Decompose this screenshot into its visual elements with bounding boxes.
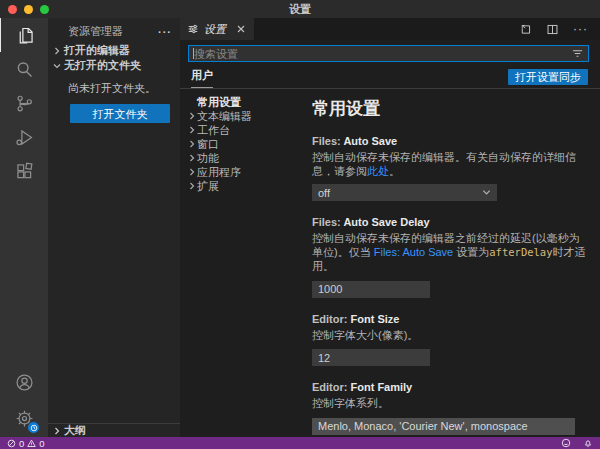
tab-label: 设置 <box>204 22 226 37</box>
setting-input[interactable] <box>312 349 430 366</box>
setting-description-text: 。 <box>389 165 400 177</box>
toc-item-label: 工作台 <box>197 123 230 138</box>
setting-item: Editor: Font Family控制字体系列。 <box>312 381 586 435</box>
toc-item[interactable]: 扩展 <box>180 179 302 193</box>
toc-item[interactable]: 文本编辑器 <box>180 109 302 123</box>
settings-sync-badge-icon <box>27 421 40 434</box>
toc-item[interactable]: 功能 <box>180 151 302 165</box>
chevron-down-icon <box>52 62 62 70</box>
open-settings-json-icon[interactable] <box>519 23 532 36</box>
setting-input[interactable] <box>312 281 430 298</box>
editor-group: 设置 ··· <box>180 18 600 437</box>
problems-status[interactable]: 0 0 <box>7 438 45 449</box>
maximize-window-button[interactable] <box>40 5 49 14</box>
setting-description-link[interactable]: 此处 <box>367 165 389 177</box>
settings-list: Files: Auto Save控制自动保存未保存的编辑器。有关自动保存的详细信… <box>312 135 586 437</box>
setting-category: Files: <box>312 135 343 147</box>
titlebar: 设置 <box>0 0 600 18</box>
setting-category: Files: <box>312 216 343 228</box>
settings-toc: 常用设置文本编辑器工作台窗口功能应用程序扩展 <box>180 89 302 437</box>
activity-bar <box>0 18 48 437</box>
no-folder-message: 尚未打开文件夹。 <box>48 73 180 97</box>
tab-settings[interactable]: 设置 <box>180 18 254 40</box>
setting-select[interactable]: off <box>312 184 497 201</box>
setting-item: Editor: Font Size控制字体大小(像素)。 <box>312 313 586 367</box>
files-icon <box>15 25 36 46</box>
chevron-down-icon <box>482 188 491 197</box>
source-control-icon <box>14 93 35 114</box>
close-window-button[interactable] <box>8 5 17 14</box>
tab-bar: 设置 ··· <box>180 18 600 40</box>
open-editors-label: 打开的编辑器 <box>64 43 130 58</box>
toc-item-label: 功能 <box>197 151 219 166</box>
setting-label: Files: Auto Save Delay <box>312 216 586 229</box>
setting-label: Files: Auto Save <box>312 135 586 148</box>
activity-source-control[interactable] <box>0 86 48 120</box>
sidebar-more-actions[interactable]: ··· <box>158 29 172 35</box>
setting-description: 控制自动保存未保存的编辑器。有关自动保存的详细信息，请参阅此处。 <box>312 150 586 178</box>
setting-select-value: off <box>318 187 330 199</box>
activity-run-debug[interactable] <box>0 120 48 154</box>
no-folder-label: 无打开的文件夹 <box>64 58 141 73</box>
activity-extensions[interactable] <box>0 154 48 188</box>
open-folder-button[interactable]: 打开文件夹 <box>70 104 170 123</box>
account-icon <box>14 372 35 393</box>
settings-search-input[interactable] <box>189 47 572 60</box>
toc-item[interactable]: 工作台 <box>180 123 302 137</box>
toc-item-label: 文本编辑器 <box>197 109 252 124</box>
outline-section[interactable]: 大纲 <box>48 423 180 437</box>
setting-description-text: 控制字体大小(像素)。 <box>312 329 418 341</box>
vscode-window: 设置 <box>0 0 600 449</box>
settings-content: 常用设置 Files: Auto Save控制自动保存未保存的编辑器。有关自动保… <box>302 89 600 437</box>
open-editors-section[interactable]: 打开的编辑器 <box>48 43 180 58</box>
feedback-smiley-icon[interactable] <box>561 438 571 448</box>
setting-category: Editor: <box>312 313 351 325</box>
warning-icon <box>27 439 36 448</box>
notifications-bell-icon[interactable] <box>583 438 593 448</box>
toc-item[interactable]: 窗口 <box>180 137 302 151</box>
split-editor-icon[interactable] <box>546 23 559 36</box>
error-count: 0 <box>19 438 24 449</box>
chevron-right-icon <box>52 47 62 55</box>
no-folder-section[interactable]: 无打开的文件夹 <box>48 58 180 73</box>
settings-search-box[interactable] <box>188 45 589 62</box>
settings-heading: 常用设置 <box>312 97 586 120</box>
setting-item: Files: Auto Save Delay控制自动保存未保存的编辑器之前经过的… <box>312 216 586 298</box>
error-icon <box>7 439 16 448</box>
setting-description: 控制字体大小(像素)。 <box>312 328 586 342</box>
setting-description-text: 设置为 <box>453 246 489 258</box>
minimize-window-button[interactable] <box>24 5 33 14</box>
activity-settings[interactable] <box>0 399 48 437</box>
activity-explorer[interactable] <box>0 18 49 52</box>
setting-description: 控制自动保存未保存的编辑器之前经过的延迟(以毫秒为单位)。仅当 Files: A… <box>312 231 586 273</box>
close-tab-icon[interactable] <box>237 25 245 33</box>
setting-name: Auto Save <box>343 135 397 147</box>
settings-sync-button[interactable]: 打开设置同步 <box>508 69 588 85</box>
toc-item[interactable]: 常用设置 <box>180 95 302 109</box>
chevron-right-icon <box>186 182 197 190</box>
setting-description-text: 控制自动保存未保存的编辑器。有关自动保存的详细信息，请参阅 <box>312 151 576 177</box>
setting-code-value: afterDelay <box>489 246 552 258</box>
search-icon <box>14 59 35 80</box>
setting-description: 控制字体系列。 <box>312 396 586 410</box>
filter-icon[interactable] <box>572 48 588 59</box>
more-actions-icon[interactable]: ··· <box>573 25 588 33</box>
setting-control: off <box>312 184 586 201</box>
setting-name: Font Size <box>351 313 400 325</box>
setting-description-link[interactable]: Files: Auto Save <box>374 246 454 258</box>
activity-search[interactable] <box>0 52 48 86</box>
setting-input[interactable] <box>312 418 575 435</box>
setting-control <box>312 348 586 367</box>
setting-category: Editor: <box>312 381 351 393</box>
setting-label: Editor: Font Family <box>312 381 586 394</box>
chevron-right-icon <box>186 112 197 120</box>
setting-description-text: 控制字体系列。 <box>312 397 389 409</box>
scope-tab-user[interactable]: 用户 <box>191 68 213 88</box>
activity-account[interactable] <box>0 365 48 399</box>
toc-item[interactable]: 应用程序 <box>180 165 302 179</box>
chevron-right-icon <box>52 427 62 435</box>
chevron-right-icon <box>186 126 197 134</box>
chevron-right-icon <box>186 140 197 148</box>
toc-item-label: 常用设置 <box>197 95 241 110</box>
setting-name: Font Family <box>351 381 413 393</box>
